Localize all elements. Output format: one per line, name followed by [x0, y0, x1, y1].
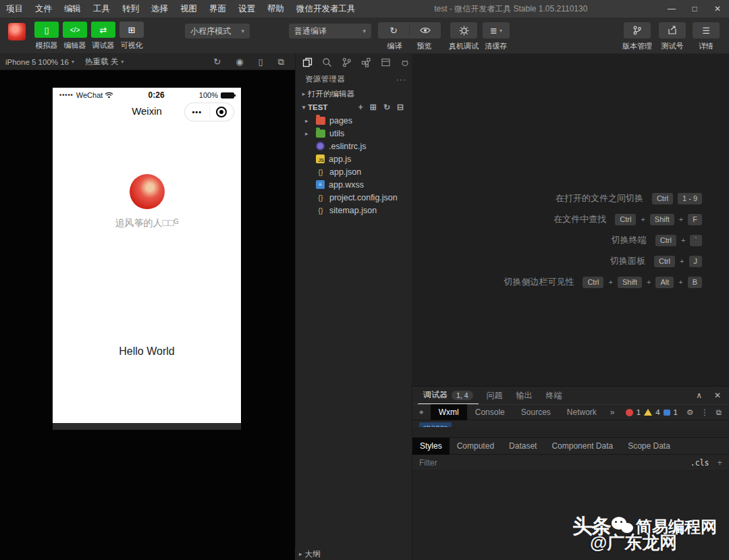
phone-screen: ••••• WeChat 0:26 100% Weixin •••	[53, 88, 241, 423]
key-pill: 1 - 9	[678, 193, 702, 204]
version-manage-button[interactable]: 版本管理	[622, 22, 652, 51]
hot-reload-select[interactable]: 热重载 关 ▾	[80, 57, 129, 67]
new-folder-icon[interactable]: ⊞	[370, 103, 377, 112]
user-avatar[interactable]	[8, 23, 26, 40]
tree-item-eslintrc[interactable]: .eslintrc.js	[296, 140, 412, 152]
tab-scope-data[interactable]: Scope Data	[620, 438, 678, 455]
tab-wxml[interactable]: Wxml	[431, 404, 467, 420]
menu-help[interactable]: 帮助	[261, 0, 290, 18]
preview-button[interactable]	[410, 22, 441, 38]
new-style-rule-label[interactable]: .cls	[691, 458, 709, 468]
tree-item-utils[interactable]: ▸ utils	[296, 127, 412, 140]
dock-side-icon[interactable]: ⧉	[714, 408, 724, 417]
more-menu-button[interactable]: •••	[185, 108, 209, 116]
rotate-device-icon[interactable]: ↻	[213, 57, 221, 67]
error-count[interactable]: 1	[637, 408, 641, 416]
js-file-icon: JS	[316, 155, 325, 163]
test-account-button[interactable]: 测试号	[659, 22, 686, 51]
filter-input[interactable]	[419, 458, 691, 468]
compile-button[interactable]: ↻	[378, 22, 409, 38]
tree-item-appjs[interactable]: JS app.js	[296, 152, 412, 165]
project-root-section[interactable]: ▾ TEST + ⊞ ↻ ⊟	[296, 101, 412, 114]
collapse-all-icon[interactable]: ⊟	[397, 103, 404, 112]
menu-project[interactable]: 项目	[0, 0, 29, 18]
selected-node[interactable]: <page>	[419, 422, 452, 427]
file-label: pages	[329, 116, 352, 125]
tree-item-sitemap[interactable]: {} sitemap.json	[296, 204, 412, 217]
window-panel-icon[interactable]	[381, 57, 391, 67]
add-style-icon[interactable]: +	[717, 457, 722, 468]
exit-miniprogram-button[interactable]	[210, 107, 234, 117]
close-button[interactable]: ✕	[706, 0, 729, 18]
chevron-down-icon: ▾	[72, 59, 74, 65]
tab-problems[interactable]: 问题	[481, 387, 508, 404]
new-file-icon[interactable]: +	[358, 103, 363, 112]
tab-dataset[interactable]: Dataset	[502, 438, 544, 455]
menu-goto[interactable]: 转到	[116, 0, 145, 18]
files-icon[interactable]	[302, 57, 313, 67]
debugger-panel: 调试器 1, 4 问题 输出 终端 ∧ ✕ ⌖ Wxml Console Sou…	[412, 386, 729, 560]
tree-item-projectconfig[interactable]: {} project.config.json	[296, 191, 412, 204]
tab-console[interactable]: Console	[467, 404, 513, 420]
tab-terminal[interactable]: 终端	[541, 387, 568, 404]
tab-styles[interactable]: Styles	[412, 438, 450, 455]
visualizer-toggle-button[interactable]: ⊞ 可视化	[119, 22, 144, 51]
inspect-element-icon[interactable]: ⌖	[412, 408, 431, 417]
key-pill: Ctrl	[583, 277, 603, 288]
tab-component-data[interactable]: Component Data	[544, 438, 620, 455]
tree-item-appjson[interactable]: {} app.json	[296, 165, 412, 178]
menu-devtools[interactable]: 微信开发者工具	[290, 0, 362, 18]
more-actions-icon[interactable]: ···	[396, 75, 406, 84]
simulator-toggle-button[interactable]: ▯ 模拟器	[34, 22, 59, 51]
editor-toggle-button[interactable]: </> 编辑器	[63, 22, 87, 51]
maximize-button[interactable]: □	[683, 0, 706, 18]
float-window-icon[interactable]: ⧉	[278, 57, 284, 67]
mode-select[interactable]: 小程序模式 ▾	[185, 24, 250, 38]
close-panel-icon[interactable]: ✕	[714, 391, 721, 400]
settings-gear-icon[interactable]: ⚙	[681, 408, 695, 417]
menu-bar: 项目 文件 编辑 工具 转到 选择 视图 界面 设置 帮助 微信开发者工具 te…	[0, 0, 729, 18]
search-icon[interactable]	[322, 57, 332, 67]
outline-section[interactable]: ▸ 大纲	[295, 548, 412, 560]
tab-debugger[interactable]: 调试器 1, 4	[418, 387, 479, 404]
menu-interface[interactable]: 界面	[203, 0, 232, 18]
details-button[interactable]: ☰ 详情	[693, 22, 720, 51]
file-label: app.js	[329, 155, 351, 164]
tab-sources[interactable]: Sources	[513, 404, 559, 420]
kebab-menu-icon[interactable]: ⋮	[699, 408, 711, 417]
collapse-panel-icon[interactable]: ∧	[696, 391, 702, 400]
menu-tools[interactable]: 工具	[87, 0, 116, 18]
debugger-toggle-button[interactable]: ⇄ 调试器	[91, 22, 115, 51]
warning-count[interactable]: 4	[655, 408, 659, 416]
tab-computed[interactable]: Computed	[450, 438, 502, 455]
source-control-icon[interactable]	[342, 57, 352, 67]
open-editors-section[interactable]: ▸ 打开的编辑器	[296, 87, 412, 101]
extensions-icon[interactable]	[361, 57, 371, 67]
file-label: project.config.json	[329, 193, 398, 202]
refresh-explorer-icon[interactable]: ↻	[383, 103, 390, 112]
shortcut-label: 切换侧边栏可见性	[504, 276, 574, 288]
tab-overflow-icon[interactable]: »	[605, 408, 620, 417]
tab-network[interactable]: Network	[559, 404, 605, 420]
user-profile-avatar[interactable]	[130, 174, 165, 209]
compile-mode-select[interactable]: 普通编译 ▾	[289, 24, 371, 38]
menu-edit[interactable]: 编辑	[58, 0, 87, 18]
real-device-debug-button[interactable]: 真机调试	[449, 22, 479, 51]
menu-view[interactable]: 视图	[174, 0, 203, 18]
message-count[interactable]: 1	[674, 408, 678, 416]
tree-item-pages[interactable]: ▸ pages	[296, 114, 412, 127]
plugin-bug-icon[interactable]	[400, 59, 410, 67]
record-screen-icon[interactable]: ◉	[236, 57, 243, 67]
menu-file[interactable]: 文件	[29, 0, 58, 18]
twisty-icon: ▾	[300, 104, 308, 111]
menu-settings[interactable]: 设置	[232, 0, 261, 18]
menu-select[interactable]: 选择	[145, 0, 174, 18]
tab-output[interactable]: 输出	[511, 387, 538, 404]
device-frame-icon[interactable]: ▯	[259, 57, 263, 67]
key-pill: Ctrl	[655, 235, 676, 246]
real-device-label: 真机调试	[449, 41, 479, 51]
device-select[interactable]: iPhone 5 100% 16 ▾	[0, 58, 80, 66]
minimize-button[interactable]: —	[660, 0, 683, 18]
tree-item-appwxss[interactable]: ≡ app.wxss	[296, 178, 412, 191]
clear-cache-button[interactable]: ≣ ▾ 清缓存	[483, 22, 510, 51]
